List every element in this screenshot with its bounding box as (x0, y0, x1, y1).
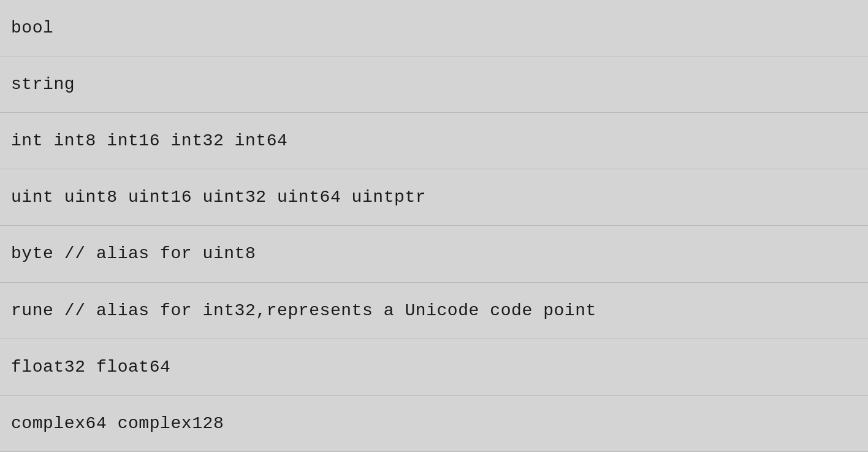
type-reference-table: boolstringint int8 int16 int32 int64uint… (0, 0, 868, 452)
code-cell-row-string: string (0, 56, 868, 112)
table-row: uint uint8 uint16 uint32 uint64 uintptr (0, 169, 868, 226)
table-row: byte // alias for uint8 (0, 226, 868, 282)
table-row: complex64 complex128 (0, 395, 868, 451)
code-cell-row-int: int int8 int16 int32 int64 (0, 113, 868, 169)
table-row: string (0, 56, 868, 112)
code-cell-row-complex: complex64 complex128 (0, 395, 868, 451)
code-cell-row-float: float32 float64 (0, 339, 868, 395)
code-cell-row-byte: byte // alias for uint8 (0, 226, 868, 282)
table-row: int int8 int16 int32 int64 (0, 113, 868, 169)
code-cell-row-bool: bool (0, 0, 868, 56)
code-cell-row-uint: uint uint8 uint16 uint32 uint64 uintptr (0, 169, 868, 226)
table-row: rune // alias for int32,represents a Uni… (0, 282, 868, 339)
table-row: float32 float64 (0, 339, 868, 395)
table-row: bool (0, 0, 868, 56)
code-cell-row-rune: rune // alias for int32,represents a Uni… (0, 282, 868, 339)
